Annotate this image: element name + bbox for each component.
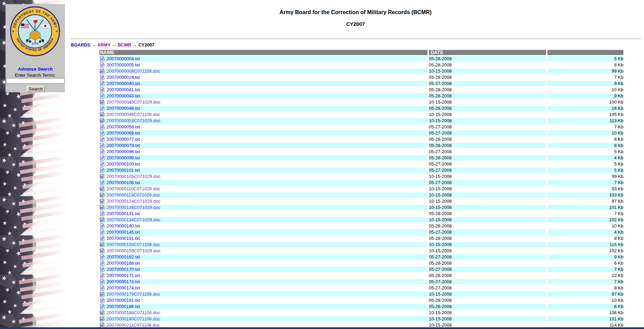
file-link[interactable]: 20070000101.txt: [107, 168, 140, 173]
file-link[interactable]: 20070000046.txt: [107, 106, 140, 111]
doc-file-icon[interactable]: W: [100, 310, 104, 315]
file-link[interactable]: 20070000173.txt: [107, 279, 140, 284]
doc-file-icon[interactable]: W: [100, 192, 104, 198]
file-link[interactable]: 20070000124C071029.doc: [107, 199, 160, 204]
txt-file-icon[interactable]: [100, 87, 104, 92]
file-link[interactable]: 20070000168.txt: [107, 261, 140, 266]
file-link[interactable]: 20070000186.txt: [107, 304, 140, 309]
txt-file-icon[interactable]: [100, 155, 104, 160]
advance-search-link[interactable]: Advance Search: [5, 66, 65, 72]
txt-file-icon[interactable]: [100, 137, 104, 142]
txt-file-icon[interactable]: [100, 279, 104, 284]
file-link[interactable]: 20070000159C071029.doc: [107, 248, 160, 253]
txt-file-icon[interactable]: [100, 223, 104, 229]
file-link[interactable]: 20070000041.txt: [107, 87, 140, 92]
txt-file-icon[interactable]: [100, 62, 104, 67]
file-link[interactable]: 20070000099.txt: [107, 155, 140, 160]
file-link[interactable]: 20070000131.txt: [107, 211, 140, 216]
txt-file-icon[interactable]: [100, 143, 104, 148]
txt-file-icon[interactable]: [100, 180, 104, 185]
file-link[interactable]: 20070000045C071029.doc: [107, 99, 160, 105]
file-link[interactable]: 20070000100.txt: [107, 161, 140, 167]
file-link[interactable]: 20070000140.txt: [107, 223, 140, 229]
txt-file-icon[interactable]: [100, 285, 104, 290]
file-link[interactable]: 20070000096.txt: [107, 149, 140, 154]
file-link[interactable]: 20070000171.txt: [107, 273, 140, 278]
doc-file-icon[interactable]: W: [100, 174, 104, 179]
file-link[interactable]: 20070000145.txt: [107, 230, 140, 235]
breadcrumb-link-bcmr[interactable]: BCMR: [118, 42, 131, 47]
file-link[interactable]: 20070000077.txt: [107, 137, 140, 142]
file-link[interactable]: 20070000151.txt: [107, 236, 140, 241]
txt-file-icon[interactable]: [100, 304, 104, 309]
file-link[interactable]: 20070000155C071108.doc: [107, 242, 160, 247]
txt-file-icon[interactable]: [100, 106, 104, 111]
doc-file-icon[interactable]: W: [100, 68, 104, 74]
doc-file-icon[interactable]: W: [100, 99, 104, 105]
doc-file-icon[interactable]: W: [100, 112, 104, 117]
search-button[interactable]: Search: [26, 86, 45, 92]
txt-file-icon[interactable]: [100, 236, 104, 241]
file-name-cell: 20070000168.txt: [99, 261, 428, 266]
txt-file-icon[interactable]: [100, 273, 104, 278]
file-link[interactable]: 20070000043.txt: [107, 93, 140, 98]
file-link[interactable]: 20070000181.txt: [107, 298, 140, 303]
file-link[interactable]: 20070000108.txt: [107, 180, 140, 185]
txt-file-icon[interactable]: [100, 168, 104, 173]
doc-file-icon[interactable]: W: [100, 242, 104, 247]
file-name-cell: 20070000170.txt: [99, 267, 428, 272]
file-link[interactable]: 20070000079.txt: [107, 143, 140, 148]
doc-file-icon[interactable]: W: [100, 217, 104, 222]
txt-file-icon[interactable]: [100, 81, 104, 86]
file-link[interactable]: 20070000056.txt: [107, 124, 140, 129]
txt-file-icon[interactable]: [100, 130, 104, 136]
file-link[interactable]: 20070000024.txt: [107, 75, 140, 80]
breadcrumb-link-army[interactable]: ARMY: [97, 42, 110, 47]
txt-file-icon[interactable]: [100, 298, 104, 303]
file-link[interactable]: 20070000179C071108.doc: [107, 291, 160, 297]
file-link[interactable]: 20070000211C071108.doc: [107, 322, 160, 328]
txt-file-icon[interactable]: [100, 161, 104, 167]
doc-file-icon[interactable]: W: [100, 199, 104, 204]
file-name-cell: 20070000068.txt: [99, 130, 428, 136]
doc-file-icon[interactable]: W: [100, 322, 104, 328]
file-link[interactable]: 20070000113C071029.doc: [107, 192, 160, 198]
file-link[interactable]: 20070000008C071108.doc: [107, 68, 160, 74]
doc-file-icon[interactable]: W: [100, 205, 104, 210]
file-link[interactable]: 20070000004.txt: [107, 56, 140, 61]
file-link[interactable]: 20070000162.txt: [107, 254, 140, 259]
txt-file-icon[interactable]: [100, 124, 104, 129]
doc-file-icon[interactable]: W: [100, 248, 104, 253]
txt-file-icon[interactable]: [100, 93, 104, 98]
txt-file-icon[interactable]: [100, 230, 104, 235]
txt-file-icon[interactable]: [100, 267, 104, 272]
file-link[interactable]: 20070000048C071108.doc: [107, 112, 160, 117]
file-link[interactable]: 20070000174.txt: [107, 285, 140, 290]
file-link[interactable]: 20070000170.txt: [107, 267, 140, 272]
txt-file-icon[interactable]: [100, 211, 104, 216]
file-link[interactable]: 20070000134C071029.doc: [107, 217, 160, 222]
txt-file-icon[interactable]: [100, 261, 104, 266]
search-input[interactable]: [6, 78, 65, 84]
table-row: 20070000024.txt05-28-20087 Kb: [99, 75, 623, 80]
doc-file-icon[interactable]: W: [100, 316, 104, 321]
file-name-cell: W20070000190C071108.doc: [99, 316, 428, 321]
file-link[interactable]: 20070000053C071029.doc: [107, 118, 160, 123]
breadcrumb-link-boards[interactable]: BOARDS: [71, 42, 90, 47]
file-link[interactable]: 20070000110C071029.doc: [107, 186, 160, 191]
file-link[interactable]: 20070000068.txt: [107, 130, 140, 136]
table-row: 20070000131.txt05-28-20087 Kb: [99, 211, 623, 216]
txt-file-icon[interactable]: [100, 75, 104, 80]
doc-file-icon[interactable]: W: [100, 291, 104, 297]
doc-file-icon[interactable]: W: [100, 186, 104, 191]
file-link[interactable]: 20070000188C071108.doc: [107, 310, 160, 315]
doc-file-icon[interactable]: W: [100, 118, 104, 123]
file-link[interactable]: 20070000005.txt: [107, 62, 140, 67]
file-link[interactable]: 20070000105C071029.doc: [107, 174, 160, 179]
txt-file-icon[interactable]: [100, 56, 104, 61]
file-link[interactable]: 20070000190C071108.doc: [107, 316, 160, 321]
txt-file-icon[interactable]: [100, 149, 104, 154]
txt-file-icon[interactable]: [100, 254, 104, 259]
file-link[interactable]: 20070000040.txt: [107, 81, 140, 86]
file-link[interactable]: 20070000126C071029.doc: [107, 205, 160, 210]
